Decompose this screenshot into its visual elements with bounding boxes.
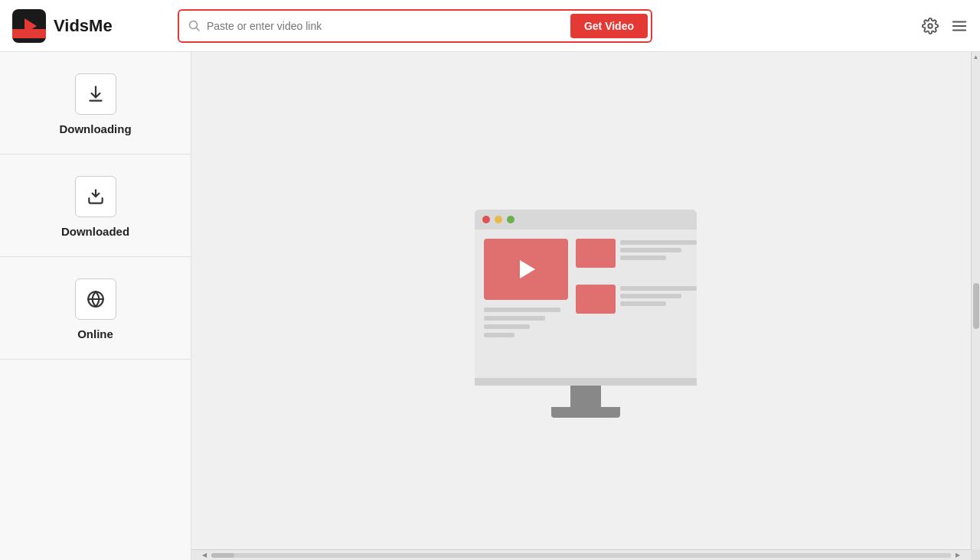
header-actions <box>922 18 968 34</box>
text-line <box>484 324 530 329</box>
text-line <box>620 256 666 260</box>
settings-button[interactable] <box>922 18 939 34</box>
globe-icon <box>86 289 106 309</box>
header: VidsMe Get Video <box>0 0 980 52</box>
dot-yellow <box>495 216 502 223</box>
svg-line-1 <box>197 28 200 31</box>
online-icon-box <box>75 278 116 320</box>
gear-icon <box>922 18 939 34</box>
content-area: ▲ ▼ ◀ ▶ <box>191 52 980 560</box>
app-logo <box>12 9 46 43</box>
text-line <box>484 316 545 321</box>
right-card-1 <box>576 239 697 268</box>
sidebar-item-downloading[interactable]: Downloading <box>0 52 191 155</box>
main-area: Downloading Downloaded On <box>0 52 980 560</box>
card-thumbnail-2 <box>576 285 616 314</box>
video-url-input[interactable] <box>207 20 570 32</box>
monitor-left-panel <box>484 239 568 369</box>
scroll-up-arrow[interactable]: ▲ <box>973 54 979 60</box>
menu-icon <box>951 18 968 34</box>
scroll-left-arrow[interactable]: ◀ <box>202 552 207 558</box>
get-video-button[interactable]: Get Video <box>570 14 648 38</box>
text-line <box>620 301 666 306</box>
monitor-body <box>475 230 697 378</box>
video-thumbnail <box>484 239 568 300</box>
downloaded-icon-box <box>75 176 116 217</box>
online-label: Online <box>77 327 113 340</box>
scroll-track-horizontal <box>211 553 951 558</box>
card-lines-1 <box>620 239 697 260</box>
text-line <box>620 240 697 245</box>
sidebar: Downloading Downloaded On <box>0 52 191 560</box>
scroll-thumb-vertical[interactable] <box>973 283 979 329</box>
monitor-stand-base <box>551 407 620 418</box>
scroll-thumb-horizontal[interactable] <box>211 553 234 558</box>
downloading-label: Downloading <box>59 122 131 135</box>
scroll-right-arrow[interactable]: ▶ <box>956 552 960 558</box>
sidebar-item-downloaded[interactable]: Downloaded <box>0 155 191 257</box>
card-thumbnail-1 <box>576 239 616 268</box>
card-lines-2 <box>620 285 697 306</box>
logo-area: VidsMe <box>12 9 165 43</box>
right-card-2 <box>576 285 697 314</box>
scrollbar-corner <box>971 549 980 560</box>
text-line <box>620 294 681 298</box>
horizontal-scrollbar[interactable]: ◀ ▶ <box>191 549 971 560</box>
search-bar: Get Video <box>178 9 652 43</box>
vertical-scrollbar[interactable]: ▲ ▼ <box>971 52 980 560</box>
downloading-icon-box <box>75 73 116 115</box>
monitor-chin <box>475 378 697 386</box>
dot-green <box>507 216 514 223</box>
monitor-titlebar <box>475 210 697 230</box>
dot-red <box>482 216 490 223</box>
text-line <box>484 308 560 312</box>
sidebar-item-online[interactable]: Online <box>0 257 191 360</box>
monitor-stand-top <box>570 386 601 407</box>
text-line <box>620 286 697 291</box>
play-icon <box>520 260 535 278</box>
app-name: VidsMe <box>54 16 113 36</box>
empty-state-illustration <box>475 210 697 418</box>
text-line <box>484 333 514 337</box>
download-arrow-icon <box>86 84 106 104</box>
content-lines <box>484 308 568 337</box>
monitor-screen <box>475 210 697 378</box>
monitor-right-panel <box>576 239 697 369</box>
downloaded-label: Downloaded <box>61 225 129 238</box>
menu-button[interactable] <box>951 18 968 34</box>
download-tray-icon <box>86 187 106 207</box>
search-icon <box>188 20 201 32</box>
svg-point-2 <box>928 24 933 28</box>
text-line <box>620 248 681 252</box>
